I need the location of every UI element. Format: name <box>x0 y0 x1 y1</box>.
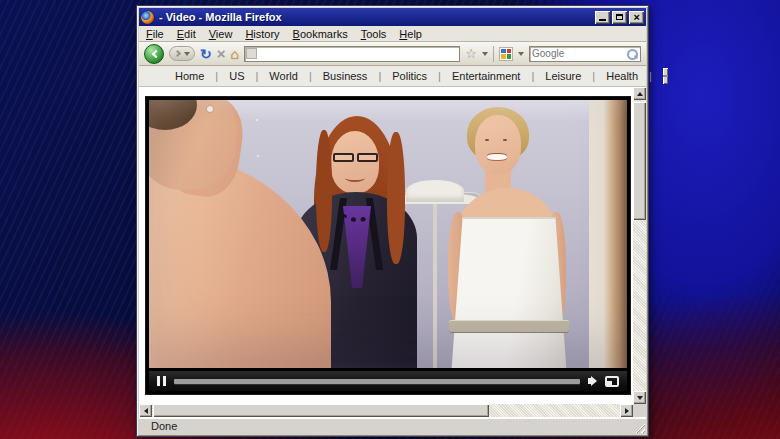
search-engine-dropdown-icon[interactable] <box>518 52 524 56</box>
stop-button[interactable]: × <box>217 47 226 61</box>
bookmark-star-icon[interactable]: ☆ <box>465 47 477 60</box>
page-area <box>139 87 646 417</box>
scroll-right-button[interactable] <box>620 404 633 417</box>
toolbar-separator <box>493 46 494 62</box>
forward-button[interactable] <box>169 46 195 61</box>
nav-link-home[interactable]: Home <box>175 70 204 82</box>
vertical-scrollbar[interactable] <box>633 87 646 404</box>
scroll-down-button[interactable] <box>633 391 646 404</box>
scroll-up-button[interactable] <box>633 87 646 100</box>
arrow-left-icon <box>144 408 148 414</box>
search-engine-icon[interactable] <box>499 47 513 61</box>
bride-wedding-dress <box>451 217 567 368</box>
nav-link-leisure[interactable]: Leisure <box>545 70 581 82</box>
nav-link-health[interactable]: Health <box>606 70 638 82</box>
close-icon: × <box>633 12 639 22</box>
menubar: File Edit View History Bookmarks Tools H… <box>139 26 646 42</box>
minimize-button[interactable] <box>595 11 610 24</box>
maximize-button[interactable] <box>612 11 627 24</box>
search-icon[interactable] <box>626 48 638 60</box>
nav-separator: | <box>438 70 441 82</box>
menu-tools[interactable]: Tools <box>361 28 387 40</box>
site-nav-strip: Home | US | World | Business | Politics … <box>139 66 646 87</box>
window-title: - Video - Mozilla Firefox <box>159 11 593 23</box>
nav-link-business[interactable]: Business <box>323 70 368 82</box>
menu-bookmarks[interactable]: Bookmarks <box>293 28 348 40</box>
consultant-necklace <box>341 198 375 222</box>
page-content <box>139 87 633 404</box>
back-button[interactable] <box>144 44 164 64</box>
nav-separator: | <box>649 70 652 82</box>
search-box[interactable] <box>529 46 641 62</box>
fullscreen-icon[interactable] <box>605 376 619 387</box>
search-input[interactable] <box>532 48 626 60</box>
address-input[interactable] <box>257 48 458 60</box>
scene-door-panel <box>589 100 627 368</box>
address-bar[interactable] <box>244 46 460 62</box>
firefox-icon <box>141 11 154 24</box>
menu-file[interactable]: File <box>146 28 164 40</box>
nav-separator: | <box>215 70 218 82</box>
video-frame[interactable] <box>149 100 627 368</box>
consultant-smile <box>345 174 365 182</box>
statusbar: Done <box>139 417 646 434</box>
vertical-scroll-thumb[interactable] <box>633 102 646 220</box>
nav-separator: | <box>255 70 258 82</box>
volume-icon[interactable] <box>588 376 597 386</box>
nav-link-world[interactable]: World <box>269 70 298 82</box>
titlebar[interactable]: - Video - Mozilla Firefox × <box>139 8 646 26</box>
nav-link-politics[interactable]: Politics <box>392 70 427 82</box>
home-button[interactable]: ⌂ <box>231 47 239 61</box>
nav-link-us[interactable]: US <box>229 70 244 82</box>
favicon-placeholder-icon <box>246 48 257 59</box>
reload-button[interactable]: ↻ <box>200 47 212 61</box>
video-progress-bar[interactable] <box>174 379 580 384</box>
onlooker-earring <box>207 106 213 112</box>
arrow-up-icon <box>637 92 643 96</box>
bride-face <box>475 115 521 174</box>
back-icon <box>151 49 159 57</box>
nav-separator: | <box>378 70 381 82</box>
pause-button[interactable] <box>157 376 166 386</box>
chevron-down-icon <box>184 52 190 56</box>
bookmark-dropdown-icon[interactable] <box>482 52 488 56</box>
horizontal-scrollbar[interactable] <box>139 404 633 417</box>
menu-view[interactable]: View <box>209 28 233 40</box>
status-text: Done <box>147 420 181 432</box>
minimize-icon <box>599 19 606 21</box>
resize-grip[interactable] <box>633 421 645 433</box>
maximize-icon <box>616 14 623 20</box>
arrow-right-icon <box>625 408 629 414</box>
video-player[interactable] <box>146 97 630 394</box>
navigation-toolbar: ↻ × ⌂ ☆ <box>139 42 646 66</box>
nav-separator: | <box>531 70 534 82</box>
menu-edit[interactable]: Edit <box>177 28 196 40</box>
menu-help[interactable]: Help <box>399 28 422 40</box>
bride-eyes <box>485 139 489 141</box>
video-controls-bar <box>149 371 627 391</box>
nav-separator: | <box>309 70 312 82</box>
menu-history[interactable]: History <box>245 28 279 40</box>
close-button[interactable]: × <box>629 11 644 24</box>
bride-jeweled-belt <box>449 320 569 333</box>
dash-icon <box>663 75 668 77</box>
consultant-hair-strand-right <box>387 132 405 264</box>
nav-link-entertainment[interactable]: Entertainment <box>452 70 520 82</box>
consultant-hair-strand-left <box>316 130 332 252</box>
arrow-down-icon <box>637 396 643 400</box>
browser-window: - Video - Mozilla Firefox × File Edit Vi… <box>136 5 649 437</box>
strip-end-button[interactable] <box>663 68 668 84</box>
horizontal-scroll-thumb[interactable] <box>153 404 489 417</box>
consultant-glasses <box>333 152 378 163</box>
nav-separator: | <box>592 70 595 82</box>
bride-smile <box>487 154 507 160</box>
scrollbar-corner <box>633 404 646 417</box>
forward-icon <box>173 50 180 57</box>
scroll-left-button[interactable] <box>139 404 152 417</box>
